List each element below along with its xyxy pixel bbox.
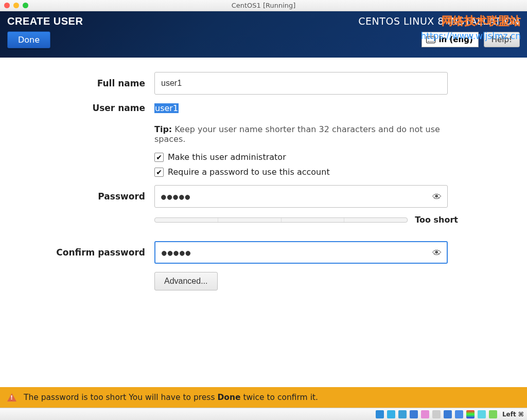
username-tip: Tip: Keep your user name shorter than 32… — [154, 124, 458, 144]
warning-icon — [7, 393, 16, 401]
fullname-input[interactable] — [154, 72, 448, 95]
require-password-checkbox[interactable] — [154, 168, 164, 177]
vb-mouse-integration-icon[interactable] — [478, 410, 486, 418]
installer-header: CREATE USER Done CENTOS LINUX 8 INSTALLA… — [0, 11, 527, 58]
window-title: CentOS1 [Running] — [0, 2, 527, 9]
vb-shared-folders-icon[interactable] — [432, 410, 441, 418]
username-label: User name — [0, 103, 154, 113]
password-label: Password — [0, 191, 154, 202]
warning-message: The password is too short You will have … — [24, 393, 318, 402]
vb-cpu-icon[interactable] — [466, 410, 475, 418]
show-confirm-password-icon[interactable]: 👁 — [432, 247, 442, 258]
make-admin-checkbox[interactable] — [154, 153, 164, 162]
fullname-label: Full name — [0, 78, 154, 88]
virtualbox-status-bar: Left ⌘ — [0, 408, 527, 420]
tip-text: Keep your user name shorter than 32 char… — [154, 124, 440, 144]
installer-product-label: CENTOS LINUX 8 INSTALLATION — [358, 15, 520, 27]
keyboard-icon — [426, 36, 435, 43]
show-password-icon[interactable]: 👁 — [432, 191, 442, 202]
require-password-checkbox-row[interactable]: Require a password to use this account — [154, 167, 458, 177]
tip-prefix: Tip: — [154, 124, 172, 134]
make-admin-label: Make this user administrator — [168, 152, 286, 162]
vb-recording-icon[interactable] — [455, 410, 463, 418]
vb-display-icon[interactable] — [444, 410, 452, 418]
password-input[interactable] — [154, 185, 448, 208]
vb-usb-icon[interactable] — [421, 410, 429, 418]
username-input[interactable]: user1 — [154, 103, 458, 113]
confirm-password-label: Confirm password — [0, 247, 154, 258]
create-user-form: Full name User name user1 Tip: Keep your… — [0, 58, 527, 387]
vb-optical-icon[interactable] — [387, 410, 395, 418]
macos-titlebar: CentOS1 [Running] — [0, 0, 527, 11]
vb-network-icon[interactable] — [410, 410, 418, 418]
password-strength-label: Too short — [415, 215, 458, 225]
warning-bar: The password is too short You will have … — [0, 387, 527, 408]
password-strength-meter — [154, 217, 408, 223]
advanced-button[interactable]: Advanced... — [154, 272, 218, 290]
keyboard-layout-indicator[interactable]: in (eng) — [421, 32, 478, 47]
vb-hdd-icon[interactable] — [376, 410, 384, 418]
make-admin-checkbox-row[interactable]: Make this user administrator — [154, 152, 458, 162]
require-password-label: Require a password to use this account — [168, 167, 330, 177]
username-value-selected: user1 — [154, 103, 179, 113]
help-button[interactable]: Help! — [484, 32, 520, 47]
done-button[interactable]: Done — [7, 31, 50, 48]
keyboard-layout-label: in (eng) — [438, 35, 472, 44]
confirm-password-input[interactable] — [154, 241, 448, 264]
vb-audio-icon[interactable] — [398, 410, 407, 418]
vb-keyboard-captured-icon[interactable] — [489, 410, 497, 418]
vb-host-key: Left ⌘ — [502, 411, 524, 418]
